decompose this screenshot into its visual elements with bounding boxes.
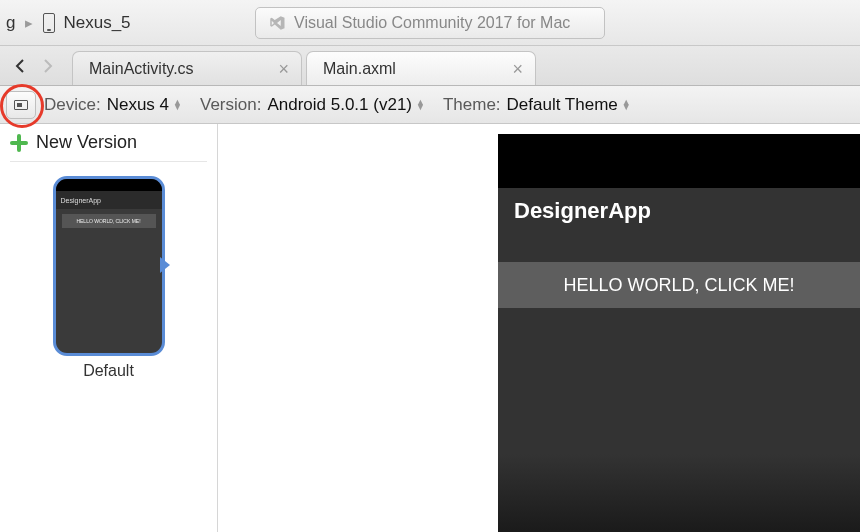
breadcrumb-prev-fragment: g: [6, 13, 15, 33]
breadcrumb-device[interactable]: Nexus_5: [63, 13, 130, 33]
device-stepper[interactable]: ▲▼: [173, 100, 182, 110]
alternative-layouts-button[interactable]: [6, 91, 36, 119]
window-titlebar: g ▸ Nexus_5 Visual Studio Community 2017…: [0, 0, 860, 46]
preview-shadow: [498, 454, 860, 532]
version-stepper[interactable]: ▲▼: [416, 100, 425, 110]
close-icon[interactable]: ×: [278, 60, 289, 78]
designer-content: New Version DesignerApp HELLO WORLD, CLI…: [0, 124, 860, 532]
thumb-caption: Default: [10, 362, 207, 380]
close-icon[interactable]: ×: [512, 60, 523, 78]
tab-main-axml[interactable]: Main.axml ×: [306, 51, 536, 85]
designer-canvas[interactable]: DesignerApp HELLO WORLD, CLICK ME!: [218, 124, 860, 532]
breadcrumb-separator-icon: ▸: [25, 14, 33, 32]
new-version-button[interactable]: New Version: [10, 132, 207, 162]
theme-label: Theme:: [443, 95, 501, 115]
preview-button[interactable]: HELLO WORLD, CLICK ME!: [498, 262, 860, 308]
preview-screen: [498, 188, 860, 532]
phone-icon: [43, 13, 55, 33]
version-label: Version:: [200, 95, 261, 115]
window-title-text: Visual Studio Community 2017 for Mac: [294, 14, 570, 32]
thumb-statusbar: [56, 179, 162, 191]
editor-tab-strip: MainActivity.cs × Main.axml ×: [0, 46, 860, 86]
window-title: Visual Studio Community 2017 for Mac: [255, 7, 605, 39]
new-version-label: New Version: [36, 132, 137, 153]
theme-stepper[interactable]: ▲▼: [622, 100, 631, 110]
thumb-button: HELLO WORLD, CLICK ME!: [62, 214, 156, 228]
preview-app-title: DesignerApp: [514, 198, 651, 224]
version-value[interactable]: Android 5.0.1 (v21): [267, 95, 412, 115]
tab-mainactivity[interactable]: MainActivity.cs ×: [72, 51, 302, 85]
tab-label: Main.axml: [323, 60, 396, 78]
device-preview: DesignerApp HELLO WORLD, CLICK ME!: [498, 134, 860, 532]
thumb-app-title: DesignerApp: [56, 191, 162, 209]
layouts-icon: [14, 100, 28, 110]
layouts-sidebar: New Version DesignerApp HELLO WORLD, CLI…: [0, 124, 218, 532]
device-label: Device:: [44, 95, 101, 115]
tab-label: MainActivity.cs: [89, 60, 194, 78]
designer-toolbar: Device: Nexus 4 ▲▼ Version: Android 5.0.…: [0, 86, 860, 124]
device-value[interactable]: Nexus 4: [107, 95, 169, 115]
visual-studio-icon: [268, 14, 286, 32]
plus-icon: [10, 134, 28, 152]
nav-back-button[interactable]: [6, 47, 34, 85]
nav-forward-button[interactable]: [34, 47, 62, 85]
layout-thumbnail[interactable]: DesignerApp HELLO WORLD, CLICK ME! Defau…: [10, 176, 207, 380]
theme-value[interactable]: Default Theme: [507, 95, 618, 115]
